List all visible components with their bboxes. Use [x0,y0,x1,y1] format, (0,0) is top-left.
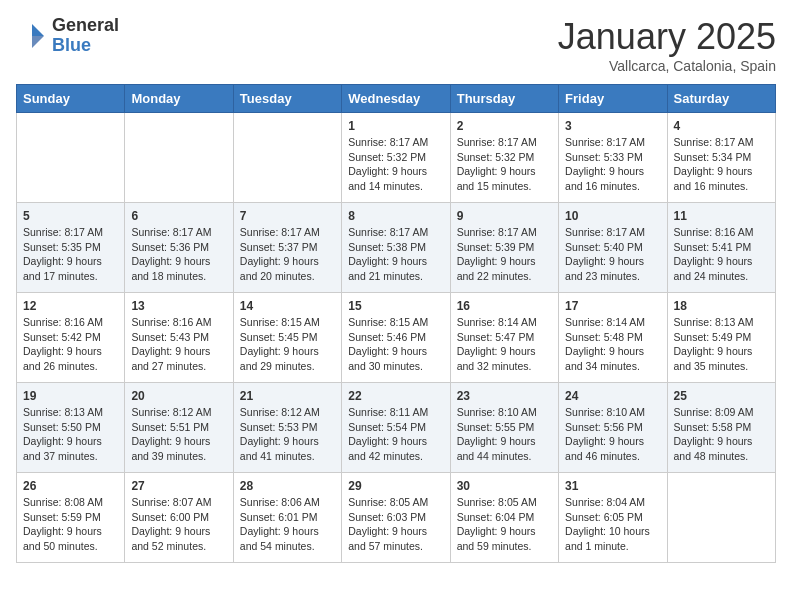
logo-text: General Blue [52,16,119,56]
logo: General Blue [16,16,119,56]
calendar-week-row: 19Sunrise: 8:13 AMSunset: 5:50 PMDayligh… [17,383,776,473]
day-info: Sunrise: 8:17 AMSunset: 5:40 PMDaylight:… [565,225,660,284]
calendar-day-cell: 14Sunrise: 8:15 AMSunset: 5:45 PMDayligh… [233,293,341,383]
calendar-day-cell [667,473,775,563]
day-info: Sunrise: 8:14 AMSunset: 5:48 PMDaylight:… [565,315,660,374]
day-number: 11 [674,209,769,223]
calendar-day-cell: 13Sunrise: 8:16 AMSunset: 5:43 PMDayligh… [125,293,233,383]
calendar-week-row: 12Sunrise: 8:16 AMSunset: 5:42 PMDayligh… [17,293,776,383]
logo-general: General [52,16,119,36]
calendar-day-cell: 15Sunrise: 8:15 AMSunset: 5:46 PMDayligh… [342,293,450,383]
day-info: Sunrise: 8:12 AMSunset: 5:51 PMDaylight:… [131,405,226,464]
day-info: Sunrise: 8:14 AMSunset: 5:47 PMDaylight:… [457,315,552,374]
day-number: 13 [131,299,226,313]
day-of-week-header: Wednesday [342,85,450,113]
calendar-day-cell: 2Sunrise: 8:17 AMSunset: 5:32 PMDaylight… [450,113,558,203]
day-info: Sunrise: 8:17 AMSunset: 5:35 PMDaylight:… [23,225,118,284]
day-info: Sunrise: 8:11 AMSunset: 5:54 PMDaylight:… [348,405,443,464]
calendar-week-row: 26Sunrise: 8:08 AMSunset: 5:59 PMDayligh… [17,473,776,563]
calendar-day-cell: 29Sunrise: 8:05 AMSunset: 6:03 PMDayligh… [342,473,450,563]
day-number: 20 [131,389,226,403]
day-info: Sunrise: 8:06 AMSunset: 6:01 PMDaylight:… [240,495,335,554]
calendar-day-cell: 28Sunrise: 8:06 AMSunset: 6:01 PMDayligh… [233,473,341,563]
day-info: Sunrise: 8:17 AMSunset: 5:37 PMDaylight:… [240,225,335,284]
page-header: General Blue January 2025 Vallcarca, Cat… [16,16,776,74]
day-number: 12 [23,299,118,313]
day-of-week-header: Tuesday [233,85,341,113]
calendar-day-cell [233,113,341,203]
calendar-day-cell: 24Sunrise: 8:10 AMSunset: 5:56 PMDayligh… [559,383,667,473]
day-number: 28 [240,479,335,493]
day-info: Sunrise: 8:05 AMSunset: 6:03 PMDaylight:… [348,495,443,554]
day-number: 9 [457,209,552,223]
day-info: Sunrise: 8:12 AMSunset: 5:53 PMDaylight:… [240,405,335,464]
day-number: 10 [565,209,660,223]
day-number: 2 [457,119,552,133]
day-number: 18 [674,299,769,313]
day-info: Sunrise: 8:13 AMSunset: 5:49 PMDaylight:… [674,315,769,374]
day-number: 24 [565,389,660,403]
calendar-day-cell: 12Sunrise: 8:16 AMSunset: 5:42 PMDayligh… [17,293,125,383]
day-info: Sunrise: 8:15 AMSunset: 5:46 PMDaylight:… [348,315,443,374]
day-number: 23 [457,389,552,403]
day-number: 30 [457,479,552,493]
day-info: Sunrise: 8:17 AMSunset: 5:38 PMDaylight:… [348,225,443,284]
day-info: Sunrise: 8:13 AMSunset: 5:50 PMDaylight:… [23,405,118,464]
day-info: Sunrise: 8:10 AMSunset: 5:56 PMDaylight:… [565,405,660,464]
calendar-day-cell: 5Sunrise: 8:17 AMSunset: 5:35 PMDaylight… [17,203,125,293]
day-info: Sunrise: 8:16 AMSunset: 5:42 PMDaylight:… [23,315,118,374]
day-of-week-header: Saturday [667,85,775,113]
day-number: 19 [23,389,118,403]
day-number: 1 [348,119,443,133]
day-info: Sunrise: 8:16 AMSunset: 5:43 PMDaylight:… [131,315,226,374]
day-number: 15 [348,299,443,313]
day-number: 4 [674,119,769,133]
calendar-day-cell: 18Sunrise: 8:13 AMSunset: 5:49 PMDayligh… [667,293,775,383]
calendar-day-cell: 26Sunrise: 8:08 AMSunset: 5:59 PMDayligh… [17,473,125,563]
calendar-week-row: 5Sunrise: 8:17 AMSunset: 5:35 PMDaylight… [17,203,776,293]
calendar-day-cell: 31Sunrise: 8:04 AMSunset: 6:05 PMDayligh… [559,473,667,563]
calendar-day-cell: 7Sunrise: 8:17 AMSunset: 5:37 PMDaylight… [233,203,341,293]
day-info: Sunrise: 8:05 AMSunset: 6:04 PMDaylight:… [457,495,552,554]
calendar-day-cell: 4Sunrise: 8:17 AMSunset: 5:34 PMDaylight… [667,113,775,203]
day-of-week-header: Thursday [450,85,558,113]
calendar-day-cell: 21Sunrise: 8:12 AMSunset: 5:53 PMDayligh… [233,383,341,473]
calendar-day-cell [17,113,125,203]
calendar-day-cell: 27Sunrise: 8:07 AMSunset: 6:00 PMDayligh… [125,473,233,563]
calendar-day-cell: 19Sunrise: 8:13 AMSunset: 5:50 PMDayligh… [17,383,125,473]
calendar-header-row: SundayMondayTuesdayWednesdayThursdayFrid… [17,85,776,113]
calendar-day-cell: 25Sunrise: 8:09 AMSunset: 5:58 PMDayligh… [667,383,775,473]
calendar-day-cell: 8Sunrise: 8:17 AMSunset: 5:38 PMDaylight… [342,203,450,293]
day-of-week-header: Friday [559,85,667,113]
day-number: 17 [565,299,660,313]
day-info: Sunrise: 8:17 AMSunset: 5:32 PMDaylight:… [457,135,552,194]
calendar-day-cell: 10Sunrise: 8:17 AMSunset: 5:40 PMDayligh… [559,203,667,293]
calendar-day-cell: 6Sunrise: 8:17 AMSunset: 5:36 PMDaylight… [125,203,233,293]
calendar-week-row: 1Sunrise: 8:17 AMSunset: 5:32 PMDaylight… [17,113,776,203]
title-block: January 2025 Vallcarca, Catalonia, Spain [558,16,776,74]
day-number: 8 [348,209,443,223]
month-title: January 2025 [558,16,776,58]
calendar-day-cell: 22Sunrise: 8:11 AMSunset: 5:54 PMDayligh… [342,383,450,473]
day-of-week-header: Monday [125,85,233,113]
calendar-day-cell: 30Sunrise: 8:05 AMSunset: 6:04 PMDayligh… [450,473,558,563]
day-of-week-header: Sunday [17,85,125,113]
svg-marker-0 [32,24,44,36]
day-number: 22 [348,389,443,403]
day-info: Sunrise: 8:16 AMSunset: 5:41 PMDaylight:… [674,225,769,284]
day-number: 3 [565,119,660,133]
calendar-day-cell: 23Sunrise: 8:10 AMSunset: 5:55 PMDayligh… [450,383,558,473]
day-info: Sunrise: 8:17 AMSunset: 5:36 PMDaylight:… [131,225,226,284]
day-number: 6 [131,209,226,223]
calendar-day-cell: 1Sunrise: 8:17 AMSunset: 5:32 PMDaylight… [342,113,450,203]
day-info: Sunrise: 8:10 AMSunset: 5:55 PMDaylight:… [457,405,552,464]
day-number: 16 [457,299,552,313]
day-number: 31 [565,479,660,493]
day-number: 27 [131,479,226,493]
day-info: Sunrise: 8:08 AMSunset: 5:59 PMDaylight:… [23,495,118,554]
calendar-day-cell: 17Sunrise: 8:14 AMSunset: 5:48 PMDayligh… [559,293,667,383]
day-info: Sunrise: 8:17 AMSunset: 5:32 PMDaylight:… [348,135,443,194]
day-info: Sunrise: 8:17 AMSunset: 5:34 PMDaylight:… [674,135,769,194]
calendar-day-cell: 20Sunrise: 8:12 AMSunset: 5:51 PMDayligh… [125,383,233,473]
svg-marker-1 [32,36,44,48]
